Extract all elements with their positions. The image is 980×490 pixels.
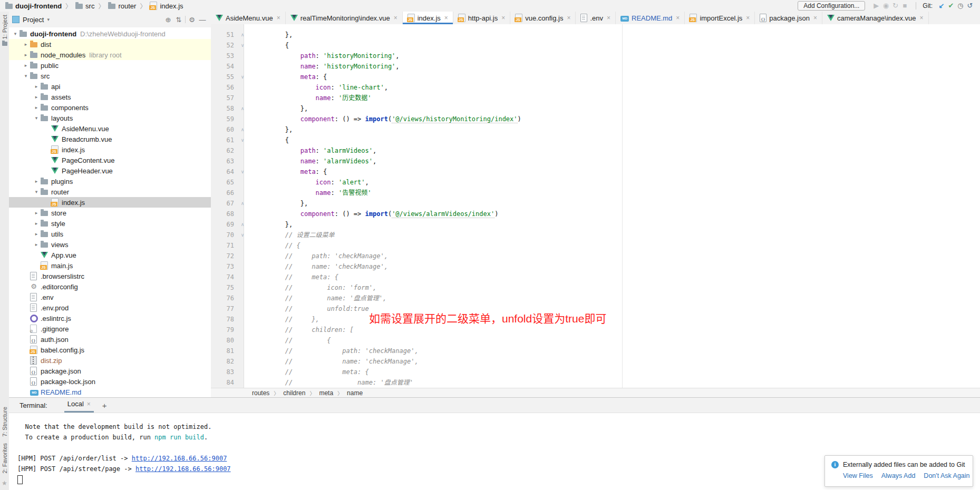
close-icon[interactable]: ×: [444, 14, 448, 22]
hide-icon[interactable]: —: [197, 16, 208, 24]
code-line-83[interactable]: 83 // meta: {: [211, 367, 980, 377]
chevron-expanded-icon[interactable]: ▾: [32, 115, 41, 121]
editor-tab-readme-md[interactable]: README.md×: [616, 12, 685, 24]
code-line-84[interactable]: 84 // name: '盘点管理': [211, 377, 980, 388]
editor-tab-cameramanage-index-vue[interactable]: cameraManage\index.vue×: [822, 12, 929, 24]
run-icon[interactable]: ▶: [871, 2, 881, 10]
tree-item-duoji-frontend[interactable]: ▾duoji-frontendD:\zheheWeb\duoji-fronten…: [9, 28, 211, 39]
code-line-75[interactable]: 75 // icon: 'form',: [211, 282, 980, 293]
code-line-51[interactable]: 51∧ },: [211, 30, 980, 40]
fold-end-icon[interactable]: ∧: [238, 103, 247, 114]
tool-window-button-project[interactable]: 1: Project: [2, 15, 8, 39]
fold-end-icon[interactable]: ∧: [238, 219, 247, 230]
chevron-collapsed-icon[interactable]: ▸: [32, 210, 41, 215]
close-icon[interactable]: ×: [567, 14, 570, 22]
tree-item-api[interactable]: ▸api: [9, 81, 211, 92]
tree-item-style[interactable]: ▸style: [9, 218, 211, 229]
settings-icon[interactable]: ⚙: [187, 16, 197, 24]
code-line-54[interactable]: 54 name: 'historyMonitoring',: [211, 61, 980, 72]
fold-start-icon[interactable]: ∨: [238, 135, 247, 145]
git-history-icon[interactable]: ◷: [956, 2, 965, 10]
tree-item-layouts[interactable]: ▾layouts: [9, 113, 211, 123]
breadcrumb-item-router[interactable]: router: [108, 2, 136, 10]
tree-item-env[interactable]: .env: [9, 292, 211, 302]
code-line-82[interactable]: 82 // name: 'checkManage',: [211, 356, 980, 367]
tool-window-button-favorites[interactable]: 2: Favorites: [2, 443, 8, 473]
terminal-link[interactable]: http://192.168.66.56:9007: [132, 455, 227, 462]
code-line-58[interactable]: 58∧ },: [211, 103, 980, 114]
code-line-70[interactable]: 70∨ // 设置二级菜单: [211, 230, 980, 240]
editor-tab-env[interactable]: .env×: [576, 12, 616, 24]
fold-start-icon[interactable]: ∨: [238, 166, 247, 177]
tree-item-plugins[interactable]: ▸plugins: [9, 176, 211, 187]
tree-item-dist-zip[interactable]: dist.zip: [9, 355, 211, 366]
close-icon[interactable]: ×: [607, 14, 610, 22]
code-line-62[interactable]: 62 path: 'alarmVideos',: [211, 145, 980, 156]
tree-item-package-lock-json[interactable]: package-lock.json: [9, 376, 211, 387]
chevron-collapsed-icon[interactable]: ▸: [32, 242, 41, 247]
tree-item-pageheader-vue[interactable]: PageHeader.vue: [9, 165, 211, 176]
git-update-icon[interactable]: ↙: [937, 2, 946, 10]
tree-item-assets[interactable]: ▸assets: [9, 92, 211, 102]
code-line-69[interactable]: 69∧ },: [211, 219, 980, 230]
favorites-star-icon[interactable]: ★: [2, 479, 7, 487]
chevron-collapsed-icon[interactable]: ▸: [32, 84, 41, 89]
tree-item-components[interactable]: ▸components: [9, 102, 211, 113]
code-line-52[interactable]: 52∨ {: [211, 40, 980, 51]
code-line-81[interactable]: 81 // path: 'checkManage',: [211, 346, 980, 356]
editor-tab-importexcel-js[interactable]: importExcel.js×: [685, 12, 755, 24]
tree-item-editorconfig[interactable]: ⚙.editorconfig: [9, 281, 211, 292]
notification-link-always-add[interactable]: Always Add: [881, 472, 916, 479]
tree-item-views[interactable]: ▸views: [9, 239, 211, 250]
code-line-76[interactable]: 76 // name: '盘点管理',: [211, 293, 980, 303]
tree-item-auth-json[interactable]: auth.json: [9, 334, 211, 345]
locate-icon[interactable]: ⊕: [163, 16, 173, 24]
project-view-selector[interactable]: Project ▾: [12, 16, 163, 24]
git-rollback-icon[interactable]: ↺: [965, 2, 975, 10]
tree-item-utils[interactable]: ▸utils: [9, 229, 211, 239]
code-line-60[interactable]: 60∧ },: [211, 124, 980, 135]
chevron-collapsed-icon[interactable]: ▸: [32, 105, 41, 110]
code-line-64[interactable]: 64∨ meta: {: [211, 166, 980, 177]
close-icon[interactable]: ×: [394, 14, 397, 22]
chevron-collapsed-icon[interactable]: ▸: [22, 52, 30, 57]
code-line-57[interactable]: 57 name: '历史数据': [211, 93, 980, 103]
editor-tab-package-json[interactable]: package.json×: [755, 12, 822, 24]
tool-window-button-structure[interactable]: 7: Structure: [2, 407, 8, 437]
tree-item-index-js[interactable]: index.js: [9, 197, 211, 208]
code-line-61[interactable]: 61∨ {: [211, 135, 980, 145]
chevron-expanded-icon[interactable]: ▾: [22, 73, 30, 79]
tree-item-eslintrc-js[interactable]: .eslintrc.js: [9, 313, 211, 324]
collapse-all-icon[interactable]: ⇅: [173, 16, 184, 24]
code-line-59[interactable]: 59 component: () => import('@/views/hist…: [211, 114, 980, 124]
tree-item-package-json[interactable]: package.json: [9, 366, 211, 376]
editor-tab-asidemenu-vue[interactable]: AsideMenu.vue×: [211, 12, 286, 24]
terminal-link[interactable]: http://192.168.66.56:9007: [135, 465, 231, 473]
editor-breadcrumb-children[interactable]: children: [283, 389, 305, 397]
code-editor[interactable]: 51∧ },52∨ {53 path: 'historyMonitoring',…: [211, 24, 980, 388]
tree-item-src[interactable]: ▾src: [9, 71, 211, 81]
tree-item-router[interactable]: ▾router: [9, 187, 211, 197]
chevron-collapsed-icon[interactable]: ▸: [22, 63, 30, 68]
fold-start-icon[interactable]: ∨: [238, 40, 247, 51]
terminal-tab-local[interactable]: Local ×: [64, 400, 94, 413]
editor-tab-realtimemonitoring-index-vue[interactable]: realTimeMonitoring\index.vue×: [286, 12, 403, 24]
chevron-expanded-icon[interactable]: ▾: [32, 189, 41, 194]
fold-end-icon[interactable]: ∧: [238, 30, 247, 40]
code-line-65[interactable]: 65 icon: 'alert',: [211, 177, 980, 188]
close-icon[interactable]: ×: [277, 14, 280, 22]
chevron-collapsed-icon[interactable]: ▸: [22, 42, 30, 47]
code-line-53[interactable]: 53 path: 'historyMonitoring',: [211, 51, 980, 61]
editor-tab-vue-config-js[interactable]: vue.config.js×: [510, 12, 576, 24]
code-line-74[interactable]: 74 // meta: {: [211, 272, 980, 282]
tree-item-app-vue[interactable]: App.vue: [9, 250, 211, 260]
fold-start-icon[interactable]: ∨: [238, 230, 247, 240]
code-line-80[interactable]: 80 // {: [211, 335, 980, 346]
breadcrumb-item-src[interactable]: src: [75, 2, 94, 10]
tree-item-asidemenu-vue[interactable]: AsideMenu.vue: [9, 123, 211, 134]
tree-item-readme-md[interactable]: README.md: [9, 387, 211, 397]
tree-item-dist[interactable]: ▸dist: [9, 39, 211, 50]
editor-breadcrumb-meta[interactable]: meta: [319, 389, 333, 397]
code-line-55[interactable]: 55∨ meta: {: [211, 72, 980, 82]
close-icon[interactable]: ×: [87, 400, 91, 408]
